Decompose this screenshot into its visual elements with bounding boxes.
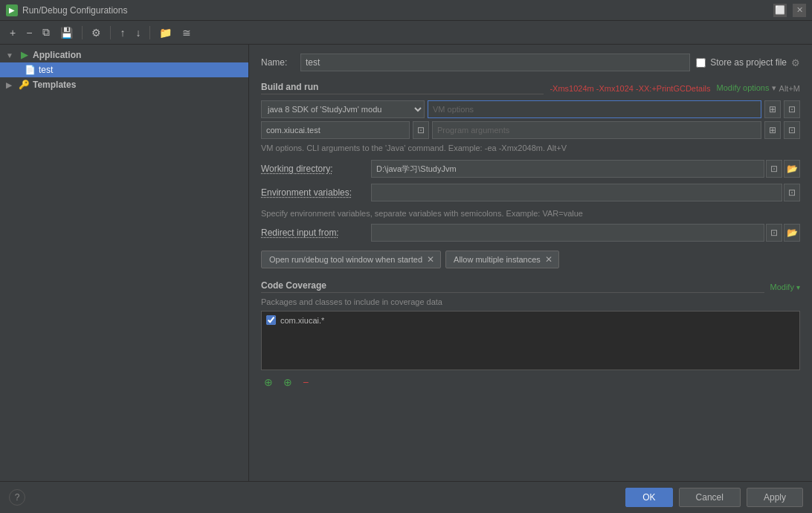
separator-2 [110,26,111,39]
name-row: Name: Store as project file ⚙ [261,54,800,71]
program-arguments-input[interactable] [432,121,761,139]
coverage-item-checkbox[interactable] [266,315,276,325]
vm-options-input[interactable] [428,100,761,118]
expand-application-arrow: ▼ [6,51,15,59]
run-debug-configurations-window: ▶ Run/Debug Configurations ⬜ ✕ + − ⧉ 💾 ⚙… [0,0,812,513]
help-button[interactable]: ? [9,489,25,506]
redirect-folder-button[interactable]: 📂 [784,224,800,242]
packages-label: Packages and classes to include in cover… [261,297,800,306]
add-package-button[interactable]: ⊕ [261,375,276,390]
program-args-expand-button[interactable]: ⊞ [764,121,781,139]
env-variables-row: Environment variables: ⊡ [261,184,800,201]
application-group-icon: ▶ [18,50,30,60]
main-class-input[interactable] [261,121,410,139]
ok-button[interactable]: OK [625,488,672,507]
coverage-item-xiucai: com.xiucai.* [266,314,795,326]
restore-button[interactable]: ⬜ [773,4,787,17]
right-panel: Name: Store as project file ⚙ Build and … [249,45,812,481]
coverage-title: Code Coverage [261,280,764,293]
coverage-header: Code Coverage Modify ▾ [261,280,800,293]
tag-multiple-label: Allow multiple instances [454,255,541,264]
class-args-row: ⊡ ⊞ ⊡ [261,121,800,139]
vm-options-copy-button[interactable]: ⊡ [784,100,800,118]
title-bar: ▶ Run/Debug Configurations ⬜ ✕ [0,0,812,21]
tag-open-tool-window: Open run/debug tool window when started … [261,251,441,268]
window-title: Run/Debug Configurations [22,5,127,16]
add-configuration-button[interactable]: + [6,25,19,41]
main-content: ▼ ▶ Application 📄 test ▶ 🔑 Templates Nam… [0,45,812,481]
apply-button[interactable]: Apply [747,488,803,507]
sort-button[interactable]: ≅ [178,25,195,41]
redirect-input-row: Redirect input from: ⊡ 📂 [261,224,800,242]
sidebar: ▼ ▶ Application 📄 test ▶ 🔑 Templates [0,45,249,481]
name-input[interactable] [300,54,690,71]
sidebar-item-test[interactable]: 📄 test [0,62,248,77]
templates-group-label: Templates [33,80,76,90]
jdk-select[interactable]: java 8 SDK of 'StudyJvm' modu [261,100,425,118]
sidebar-group-application[interactable]: ▼ ▶ Application [0,48,248,62]
title-bar-controls: ⬜ ✕ [773,4,806,17]
copy-configuration-button[interactable]: ⧉ [39,24,54,41]
env-variables-wrap: ⊡ [371,184,800,201]
save-configuration-button[interactable]: 💾 [57,25,77,41]
modify-coverage-link[interactable]: Modify ▾ [770,283,800,291]
help-icon: ? [15,492,20,503]
settings-button[interactable]: ⚙ [88,25,105,41]
cancel-button[interactable]: Cancel [679,488,741,507]
add-class-button[interactable]: ⊕ [280,375,295,390]
working-dir-folder-button[interactable]: 📂 [784,160,800,178]
modify-options-shortcut: Alt+M [779,84,800,93]
working-directory-row: Working directory: ⊡ 📂 [261,160,800,178]
vm-options-hint-text: -Xms1024m -Xmx1024 -XX:+PrintGCDetails [550,84,710,93]
build-run-section-header: Build and run -Xms1024m -Xmx1024 -XX:+Pr… [261,82,800,94]
modify-options-link[interactable]: Modify options ▾ [717,83,776,93]
class-browse-button[interactable]: ⊡ [413,121,429,139]
coverage-item-label: com.xiucai.* [280,316,324,325]
jdk-vm-row: java 8 SDK of 'StudyJvm' modu ⊞ ⊡ [261,100,800,118]
working-directory-input[interactable] [371,160,764,178]
redirect-browse-button[interactable]: ⊡ [766,224,782,242]
create-folder-button[interactable]: 📁 [155,25,175,41]
store-as-project-file-checkbox[interactable] [696,58,706,68]
env-variables-input[interactable] [371,184,782,201]
tag-multiple-close-button[interactable]: ✕ [545,255,552,264]
working-dir-browse-button[interactable]: ⊡ [766,160,782,178]
toolbar: + − ⧉ 💾 ⚙ ↑ ↓ 📁 ≅ [0,21,812,45]
coverage-list: com.xiucai.* [261,311,800,370]
window-icon: ▶ [6,4,18,16]
env-variables-label: Environment variables: [261,187,365,198]
application-group-label: Application [33,50,81,60]
separator-3 [149,26,150,39]
tags-row: Open run/debug tool window when started … [261,251,800,268]
sidebar-group-templates[interactable]: ▶ 🔑 Templates [0,77,248,92]
env-browse-button[interactable]: ⊡ [784,184,800,201]
coverage-actions: ⊕ ⊕ − [261,375,800,390]
build-run-title: Build and run [261,82,544,94]
remove-coverage-button[interactable]: − [300,375,312,390]
redirect-input-field[interactable] [371,224,764,242]
bottom-left: ? [9,489,25,506]
title-bar-left: ▶ Run/Debug Configurations [6,4,127,16]
expand-templates-arrow: ▶ [6,81,15,89]
move-up-button[interactable]: ↑ [116,25,129,41]
vm-options-expand-button[interactable]: ⊞ [764,100,781,118]
program-args-copy-button[interactable]: ⊡ [784,121,800,139]
close-button[interactable]: ✕ [793,4,806,17]
store-project-gear-icon[interactable]: ⚙ [791,57,800,68]
test-item-label: test [39,65,53,75]
move-down-button[interactable]: ↓ [132,25,144,41]
vm-options-hint: VM options. CLI arguments to the 'Java' … [261,143,800,152]
tag-open-label: Open run/debug tool window when started [269,255,422,264]
remove-configuration-button[interactable]: − [22,25,36,41]
tag-allow-multiple: Allow multiple instances ✕ [445,251,559,268]
bottom-right: OK Cancel Apply [625,488,803,507]
tag-open-close-button[interactable]: ✕ [427,255,434,264]
name-label: Name: [261,57,294,68]
bottom-bar: ? OK Cancel Apply [0,481,812,513]
env-hint-text: Specify environment variables, separate … [261,209,800,218]
working-directory-label: Working directory: [261,164,365,174]
working-directory-wrap: ⊡ 📂 [371,160,800,178]
test-item-icon: 📄 [24,65,36,75]
code-coverage-section: Code Coverage Modify ▾ Packages and clas… [261,280,800,390]
store-as-project-file-label: Store as project file [710,57,787,68]
